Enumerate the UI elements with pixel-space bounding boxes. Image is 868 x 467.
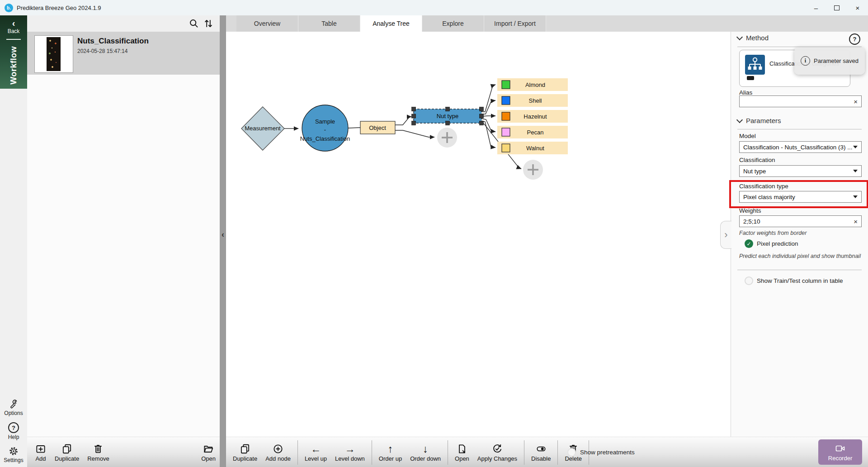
sort-icon[interactable] (203, 18, 214, 29)
toggle-icon (535, 443, 547, 455)
svg-text:Sample: Sample (315, 118, 335, 125)
wrench-icon (9, 399, 19, 409)
parameter-saved-toast: i Parameter saved (794, 47, 865, 75)
radio-unchecked-icon (745, 276, 753, 285)
tab-import-export[interactable]: Import / Export (484, 15, 546, 32)
class-row-almond[interactable]: Almond (497, 78, 568, 91)
add-node-button[interactable]: Add node (261, 439, 295, 466)
help-icon: ? (8, 422, 19, 433)
arrow-right-icon: → (344, 443, 355, 455)
sync-check-icon (491, 443, 503, 455)
file-toolbar: Add Duplicate (31, 437, 220, 467)
toolbar-separator (524, 440, 524, 465)
open-button[interactable]: Open (197, 439, 220, 466)
panel-expand-handle[interactable]: › (720, 221, 731, 249)
weights-hint: Factor weights from border (739, 230, 807, 236)
node-sample[interactable]: Sample - Nuts_Classification (300, 105, 350, 151)
clear-icon[interactable]: × (854, 218, 858, 225)
collapse-left-icon[interactable]: ‹ (220, 228, 226, 241)
level-up-button[interactable]: ← Level up (301, 439, 331, 466)
weights-input[interactable]: 2;5;10 × (739, 215, 862, 227)
clear-icon[interactable]: × (854, 98, 858, 105)
class-color-swatch (502, 128, 510, 136)
duplicate-node-button[interactable]: Duplicate (229, 439, 261, 466)
class-row-walnut[interactable]: Walnut (497, 142, 568, 154)
pixel-prediction-toggle[interactable]: ✓ Pixel prediction (745, 239, 798, 248)
svg-text:-: - (324, 126, 326, 133)
tree-toolbar: Duplicate Add node ← Level up → Level do… (229, 437, 592, 467)
toolbar-separator (557, 440, 558, 465)
node-measurement[interactable]: Measurement (241, 107, 284, 150)
tab-analyse-tree[interactable]: Analyse Tree (360, 15, 422, 32)
chevron-down-icon (853, 195, 858, 198)
bottom-toolbar: Add Duplicate (27, 437, 868, 467)
workflow-sidebar: ‹ Back Workflow (0, 15, 27, 89)
classification-label: Classification (739, 157, 775, 163)
minimize-icon[interactable]: – (806, 0, 826, 15)
class-color-swatch (502, 81, 510, 89)
parameters-section-header[interactable]: Parameters (737, 117, 781, 124)
add-branch-button-1[interactable] (437, 128, 457, 148)
tab-bar: Overview Table Analyse Tree Explore Impo… (226, 15, 868, 32)
file-panel: Nuts_Classification 2024-05-28 15:47:14 (27, 15, 220, 437)
title-bar: b. Prediktera Breeze Geo 2024.1.9 – × (0, 0, 868, 16)
model-select[interactable]: Classification - Nuts_Classification (3)… (739, 141, 862, 153)
workflow-tab[interactable]: Workflow (0, 43, 27, 87)
order-up-button[interactable]: ↑ Order up (375, 439, 406, 466)
classification-select[interactable]: Nut type (739, 165, 862, 177)
disable-button[interactable]: Disable (527, 439, 555, 466)
level-down-button[interactable]: → Level down (331, 439, 369, 466)
back-button[interactable]: Back (0, 28, 27, 34)
recorder-button[interactable]: Recorder (818, 439, 862, 465)
workflow-diagram: Measurement Sample - Nuts_Classification… (226, 32, 731, 437)
remove-button[interactable]: Remove (83, 439, 113, 466)
open-document-icon (456, 443, 468, 455)
class-row-hazelnut[interactable]: Hazelnut (497, 110, 568, 123)
classification-type-select[interactable]: Pixel class majority (739, 191, 862, 203)
close-icon[interactable]: × (847, 0, 868, 15)
add-branch-button-2[interactable] (523, 160, 543, 180)
method-section-header[interactable]: Method (737, 34, 769, 42)
class-color-swatch (502, 96, 510, 105)
help-button[interactable]: ? Help (8, 422, 19, 440)
show-train-test-toggle[interactable]: Show Train/Test column in table (745, 276, 843, 285)
alias-input[interactable]: × (739, 95, 862, 107)
class-color-swatch (502, 112, 510, 120)
radio-unchecked-icon (567, 448, 576, 457)
panel-divider[interactable]: ‹ (220, 15, 226, 467)
add-file-icon (35, 443, 47, 455)
show-pretreatments-toggle[interactable]: Show pretreatments (567, 437, 635, 467)
back-chevron-icon[interactable]: ‹ (0, 19, 27, 27)
open-node-button[interactable]: Open (451, 439, 473, 466)
sidebar-divider (6, 39, 21, 40)
open-folder-icon (203, 443, 214, 455)
apply-changes-button[interactable]: Apply Changes (473, 439, 521, 466)
analyse-tree-canvas[interactable]: Measurement Sample - Nuts_Classification… (226, 32, 731, 437)
maximize-icon[interactable] (826, 0, 847, 15)
window-controls: – × (806, 0, 868, 15)
class-row-pecan[interactable]: Pecan (497, 126, 568, 138)
tab-overview[interactable]: Overview (236, 15, 298, 32)
edge-sample-object (348, 128, 360, 128)
method-help-icon[interactable]: ? (849, 33, 860, 45)
tab-explore[interactable]: Explore (422, 15, 484, 32)
options-button[interactable]: Options (4, 399, 23, 416)
toolbar-separator (297, 440, 298, 465)
order-down-button[interactable]: ↓ Order down (406, 439, 445, 466)
search-icon[interactable] (188, 18, 200, 29)
settings-button[interactable]: Settings (4, 446, 23, 463)
file-panel-header (27, 15, 220, 32)
list-item-nuts-classification[interactable]: Nuts_Classification 2024-05-28 15:47:14 (27, 32, 220, 75)
add-button[interactable]: Add (31, 439, 51, 466)
classification-type-label: Classification type (739, 183, 788, 190)
gear-icon (9, 446, 19, 456)
arrow-left-icon: ← (311, 443, 321, 455)
node-nut-type-selected[interactable]: Nut type (412, 107, 484, 125)
weights-label: Weights (739, 207, 761, 214)
tab-table[interactable]: Table (298, 15, 360, 32)
arrow-up-icon: ↑ (388, 443, 393, 455)
class-row-shell[interactable]: Shell (497, 94, 568, 107)
svg-text:Nut type: Nut type (437, 113, 458, 119)
node-object[interactable]: Object (360, 121, 395, 134)
duplicate-button[interactable]: Duplicate (51, 439, 83, 466)
